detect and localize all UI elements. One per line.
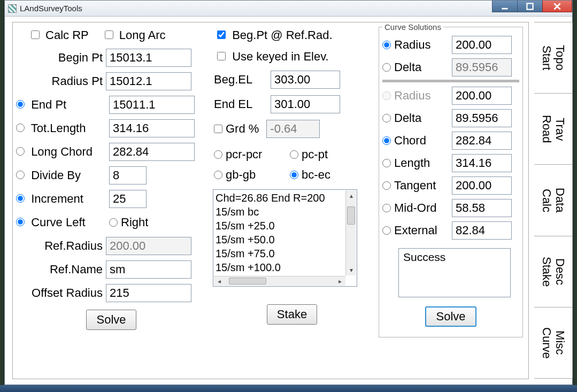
scroll-thumb[interactable] — [347, 206, 355, 225]
radius-pt-label: Radius Pt — [15, 74, 106, 88]
scroll-right-icon[interactable]: ▸ — [335, 276, 345, 286]
col1: Calc RP Long Arc Begin Pt Radius Pt End … — [15, 25, 207, 335]
cs-chord-radio[interactable]: Chord — [382, 134, 452, 148]
listbox-items: Chd=26.86 End R=200 15/sm bc 15/sm +25.0… — [213, 190, 357, 287]
grd-check[interactable]: Grd % — [214, 122, 259, 136]
taskbar[interactable] — [0, 385, 577, 392]
long-chord-radio[interactable]: Long Chord — [15, 145, 109, 159]
pcr-pcr-radio[interactable]: pcr-pcr — [213, 144, 289, 165]
cs-tangent-radio[interactable]: Tangent — [382, 179, 452, 193]
long-chord-input[interactable] — [109, 143, 195, 161]
increment-input[interactable] — [109, 190, 147, 208]
close-button[interactable] — [542, 1, 572, 12]
cs-radius2-radio: Radius — [382, 89, 452, 103]
begin-pt-label: Begin Pt — [15, 51, 106, 65]
cs-radius1-radio[interactable]: Radius — [382, 38, 452, 52]
vertical-tab-strip: Topo Start Trav Road Data Calc Desc Stak… — [534, 22, 573, 378]
cs-delta2-radio[interactable]: Delta — [382, 111, 452, 125]
solve-button-2[interactable]: Solve — [425, 306, 476, 327]
list-item[interactable]: 15/sm +75.0 — [216, 247, 355, 260]
list-item[interactable]: 15/sm +100.0 — [216, 260, 355, 274]
cs-midord-input[interactable] — [452, 199, 512, 217]
list-item[interactable]: 15/sm +25.0 — [216, 219, 355, 233]
hscroll-thumb[interactable] — [229, 278, 266, 285]
calc-rp-check[interactable]: Calc RP — [31, 28, 89, 42]
curve-solutions-legend: Curve Solutions — [382, 22, 443, 32]
divide-by-input[interactable] — [109, 166, 147, 185]
app-window: LAndSurveyTools Calc RP Long Arc Begin P… — [4, 0, 573, 385]
ref-name-input[interactable] — [106, 260, 191, 279]
end-pt-radio[interactable]: End Pt — [15, 98, 109, 112]
offset-radius-input[interactable] — [106, 284, 191, 302]
tab-desc-stake[interactable]: Desc Stake — [534, 236, 573, 308]
radius-pt-input[interactable] — [106, 72, 191, 90]
pc-pt-radio[interactable]: pc-pt — [289, 144, 365, 165]
separator — [382, 80, 519, 82]
cs-external-radio[interactable]: External — [382, 224, 452, 237]
long-arc-check[interactable]: Long Arc — [105, 28, 166, 42]
col3: Curve Solutions Radius Delta Radius Delt… — [379, 22, 523, 337]
tot-length-input[interactable] — [109, 119, 195, 137]
window-buttons — [493, 1, 572, 16]
beg-el-input[interactable] — [271, 71, 340, 89]
offset-radius-label: Offset Radius — [15, 286, 106, 300]
tab-trav-road[interactable]: Trav Road — [534, 93, 573, 165]
list-item[interactable]: 15/sm +50.0 — [216, 233, 355, 247]
long-arc-label: Long Arc — [119, 28, 166, 42]
cs-delta1-input[interactable] — [452, 58, 512, 76]
svg-rect-1 — [527, 3, 533, 9]
increment-radio[interactable]: Increment — [15, 192, 109, 206]
curve-right-radio[interactable]: Right — [109, 216, 148, 229]
cs-chord-input[interactable] — [452, 132, 512, 150]
scroll-left-icon[interactable]: ◂ — [214, 276, 225, 286]
bc-ec-radio[interactable]: bc-ec — [289, 165, 365, 185]
col2: Beg.Pt @ Ref.Rad. Use keyed in Elev. Beg… — [212, 25, 372, 332]
cs-delta2-input[interactable] — [452, 109, 512, 127]
scroll-up-icon[interactable]: ▴ — [346, 190, 356, 201]
ref-radius-label: Ref.Radius — [15, 239, 106, 253]
tab-misc-curve[interactable]: Misc Curve — [534, 307, 573, 379]
cs-midord-radio[interactable]: Mid-Ord — [382, 201, 452, 215]
curve-left-radio[interactable]: Curve Left — [15, 216, 109, 229]
maximize-button[interactable] — [517, 1, 543, 12]
cs-radius2-input[interactable] — [452, 87, 512, 105]
stake-button[interactable]: Stake — [267, 304, 317, 325]
grd-input[interactable] — [266, 120, 320, 138]
titlebar[interactable]: LAndSurveyTools — [5, 1, 572, 17]
main-panel: Calc RP Long Arc Begin Pt Radius Pt End … — [12, 22, 529, 379]
status-textbox[interactable]: Success — [398, 248, 511, 297]
ref-name-label: Ref.Name — [15, 263, 106, 276]
client-area: Calc RP Long Arc Begin Pt Radius Pt End … — [5, 17, 572, 385]
cs-radius1-input[interactable] — [452, 36, 512, 54]
gb-gb-radio[interactable]: gb-gb — [213, 165, 289, 185]
output-listbox[interactable]: Chd=26.86 End R=200 15/sm bc 15/sm +25.0… — [213, 189, 357, 287]
cs-delta1-radio[interactable]: Delta — [382, 60, 452, 74]
app-icon — [8, 4, 17, 13]
cs-tangent-input[interactable] — [452, 176, 512, 195]
scroll-down-icon[interactable]: ▾ — [346, 265, 356, 275]
solve-button-1[interactable]: Solve — [86, 310, 136, 330]
begin-pt-input[interactable] — [106, 49, 191, 67]
tab-data-calc[interactable]: Data Calc — [534, 164, 573, 236]
tot-length-radio[interactable]: Tot.Length — [15, 121, 109, 135]
horizontal-scrollbar[interactable]: ◂ ▸ — [214, 276, 345, 286]
list-item[interactable]: 15/sm bc — [216, 205, 355, 219]
calc-rp-label: Calc RP — [45, 28, 89, 42]
end-el-label: End EL — [212, 97, 271, 111]
beg-el-label: Beg.EL — [212, 73, 271, 87]
beg-pt-ref-check[interactable]: Beg.Pt @ Ref.Rad. — [217, 28, 333, 42]
cs-length-input[interactable] — [452, 154, 512, 172]
end-el-input[interactable] — [271, 95, 340, 113]
curve-solutions-group: Curve Solutions Radius Delta Radius Delt… — [379, 22, 523, 337]
cs-external-input[interactable] — [452, 221, 512, 240]
use-keyed-check[interactable]: Use keyed in Elev. — [217, 50, 329, 64]
list-item[interactable]: Chd=26.86 End R=200 — [216, 191, 355, 205]
end-pt-input[interactable] — [109, 96, 195, 114]
window-title: LAndSurveyTools — [20, 4, 493, 13]
ref-radius-input[interactable] — [106, 237, 191, 255]
minimize-button[interactable] — [492, 1, 518, 12]
cs-length-radio[interactable]: Length — [382, 156, 452, 170]
divide-by-radio[interactable]: Divide By — [15, 168, 109, 182]
tab-topo-start[interactable]: Topo Start — [534, 22, 573, 94]
vertical-scrollbar[interactable]: ▴ ▾ — [345, 190, 356, 275]
